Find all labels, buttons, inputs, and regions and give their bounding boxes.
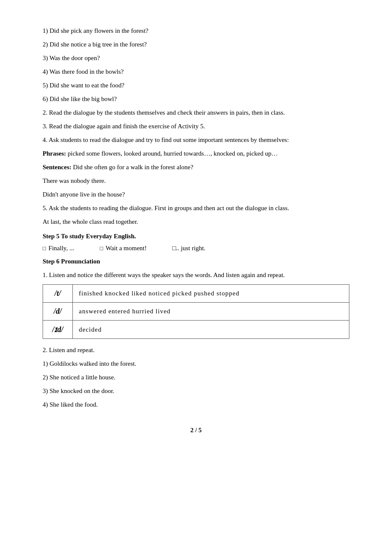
question-3: 3) Was the door open? [43, 53, 349, 63]
page-content: 1) Did she pick any flowers in the fores… [43, 26, 349, 434]
page-footer: 2 / 5 [43, 427, 349, 434]
question-4: 4) Was there food in the bowls? [43, 66, 349, 77]
repeat-sentence-3: 3) She knocked on the door. [43, 386, 349, 396]
question-2: 2) Did she notice a big tree in the fore… [43, 39, 349, 49]
everyday-item-3: □.. just right. [172, 245, 205, 252]
page-number: 2 / 5 [190, 427, 202, 434]
pron-row-d: /d/ answered entered hurried lived [43, 303, 349, 321]
sentence-3: Didn't anyone live in the house? [43, 189, 349, 199]
sentences-line: Sentences: Did she often go for a walk i… [43, 162, 349, 172]
step6-heading: Step 6 Pronunciation [43, 256, 349, 266]
pron-symbol-t: /t/ [43, 285, 73, 303]
question-1: 1) Did she pick any flowers in the fores… [43, 26, 349, 36]
everyday-item-1: □ Finally, ... [43, 245, 74, 252]
sentences-label: Sentences: [43, 164, 72, 171]
sentence-1: Did she often go for a walk in the fores… [73, 164, 193, 171]
pron-symbol-d: /d/ [43, 303, 73, 321]
everyday-text-3: □.. just right. [172, 245, 205, 252]
phrases-label: Phrases: [43, 150, 66, 157]
pron-words-t: finished knocked liked noticed picked pu… [73, 285, 349, 303]
listen-repeat: 2. Listen and repeat. [43, 345, 349, 355]
instruction-2: 2. Read the dialogue by the students the… [43, 107, 349, 118]
instruction-5: 5. Ask the students to reading the dialo… [43, 203, 349, 213]
question-6: 6) Did she like the big bowl? [43, 94, 349, 104]
repeat-sentence-1: 1) Goldilocks walked into the forest. [43, 358, 349, 369]
checkbox-icon-1: □ [43, 245, 46, 252]
repeat-sentence-2: 2) She noticed a little house. [43, 372, 349, 382]
everyday-english-line: □ Finally, ... □ Wait a moment! □.. just… [43, 245, 349, 252]
question-5: 5) Did she want to eat the food? [43, 80, 349, 90]
everyday-item-2: □ Wait a moment! [100, 245, 147, 252]
instruction-4: 4. Ask students to read the dialogue and… [43, 135, 349, 145]
everyday-text-1: Finally, ... [49, 245, 74, 252]
step5-heading: Step 5 To study Everyday English. [43, 231, 349, 241]
phrases-text: picked some flowers, looked around, hurr… [68, 150, 278, 157]
pronunciation-table: /t/ finished knocked liked noticed picke… [43, 284, 349, 339]
pron-intro: 1. Listen and notice the different ways … [43, 270, 349, 280]
pron-words-d: answered entered hurried lived [73, 303, 349, 321]
checkbox-icon-2: □ [100, 245, 103, 252]
everyday-text-2: Wait a moment! [106, 245, 147, 252]
pron-words-id: decided [73, 321, 349, 339]
pron-row-id: /ɪd/ decided [43, 321, 349, 339]
questions-section: 1) Did she pick any flowers in the fores… [43, 26, 349, 104]
pron-symbol-id: /ɪd/ [43, 321, 73, 339]
instruction-3: 3. Read the dialogue again and finish th… [43, 121, 349, 131]
pron-row-t: /t/ finished knocked liked noticed picke… [43, 285, 349, 303]
repeat-sentence-4: 4) She liked the food. [43, 399, 349, 410]
sentence-2: There was nobody there. [43, 176, 349, 186]
phrases-line: Phrases: picked some flowers, looked aro… [43, 148, 349, 159]
instruction-5b: At last, the whole class read together. [43, 217, 349, 227]
